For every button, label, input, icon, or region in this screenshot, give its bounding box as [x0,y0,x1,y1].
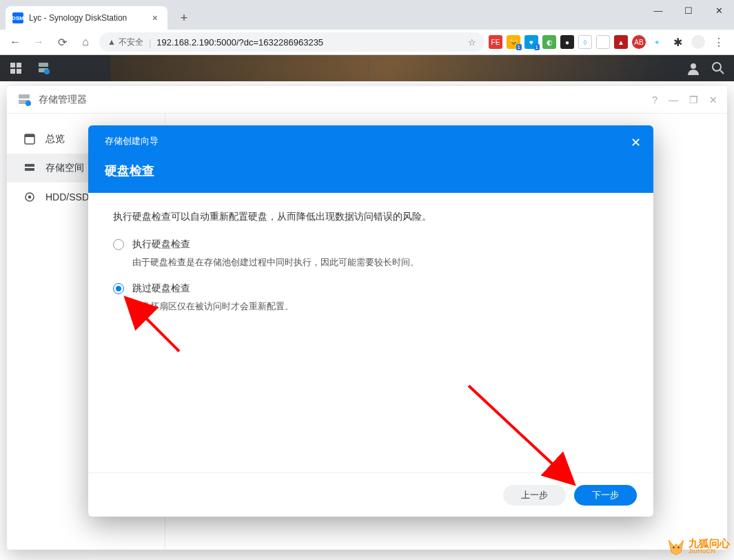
svg-rect-15 [25,164,34,167]
watermark-fox-icon [666,537,686,556]
modal-title: 存储创建向导 [105,135,637,147]
insecure-warning: ▲ 不安全 [108,37,143,48]
tab-favicon: DSM [12,12,23,23]
dsm-wallpaper-strip [110,55,665,81]
bookmark-star-icon[interactable]: ☆ [468,37,476,48]
watermark-cn: 九狐问心 [689,538,730,548]
new-tab-button[interactable]: + [174,8,194,28]
hdd-icon [23,191,36,203]
extensions-puzzle-icon[interactable]: ✱ [668,32,687,52]
url-separator: | [149,37,151,48]
radio-icon-checked [113,283,124,294]
ext-icon-5[interactable]: ● [560,35,574,49]
browser-tab-strip: DSM Lyc - Synology DiskStation × + — ☐ ✕ [0,0,734,30]
svg-point-12 [26,101,31,106]
svg-rect-3 [17,69,21,74]
window-close-button[interactable]: ✕ [704,0,734,21]
ext-icon-3[interactable]: ♥1 [524,35,538,49]
ext-icon-2[interactable]: 🐱1 [507,35,520,49]
watermark-en: JiuHuCN [689,548,730,554]
modal-footer: 上一步 下一步 [88,473,653,517]
ext-icon-abp[interactable]: AB [632,35,646,49]
tab-close-icon[interactable]: × [150,12,161,23]
svg-rect-4 [39,63,48,67]
modal-description: 执行硬盘检查可以自动重新配置硬盘，从而降低出现数据访问错误的风险。 [113,211,629,223]
window-maximize-button[interactable]: ☐ [673,0,704,21]
modal-header: 存储创建向导 ✕ 硬盘检查 [88,125,653,193]
app-close-button[interactable]: ✕ [709,94,717,105]
profile-avatar-icon[interactable] [691,35,705,49]
nav-forward-button[interactable]: → [29,32,48,52]
svg-rect-16 [25,168,34,171]
url-box[interactable]: ▲ 不安全 | 192.168.2.190:5000/?dc=163228696… [99,32,485,52]
modal-close-button[interactable]: ✕ [631,135,641,150]
radio-sub-skip-check: 硬盘坏扇区仅在被访问时才会重新配置。 [132,300,629,313]
url-text: 192.168.2.190:5000/?dc=1632286963235 [156,37,323,48]
dsm-grid-icon[interactable] [8,61,23,76]
nav-back-button[interactable]: ← [6,32,25,52]
sidebar-label-volumes: 存储空间 [45,162,84,174]
insecure-label: 不安全 [119,37,143,48]
nav-home-button[interactable]: ⌂ [76,32,95,52]
app-minimize-button[interactable]: — [669,94,678,105]
dsm-separator [368,60,369,76]
volumes-icon [23,162,36,174]
address-bar: ← → ⟳ ⌂ ▲ 不安全 | 192.168.2.190:5000/?dc=1… [0,30,734,55]
svg-rect-0 [10,63,15,68]
app-header-icon [17,92,32,107]
browser-tab[interactable]: DSM Lyc - Synology DiskStation × [6,6,167,30]
browser-menu-icon[interactable]: ⋮ [709,32,728,52]
radio-icon-unchecked [113,239,124,250]
svg-line-9 [720,70,724,74]
app-title: 存储管理器 [39,94,87,106]
modal-subtitle: 硬盘检查 [105,163,637,179]
window-minimize-button[interactable]: — [643,0,673,21]
svg-point-18 [29,196,31,198]
overview-icon [23,133,36,145]
ext-icon-8[interactable]: ▲ [614,35,628,49]
radio-label-skip-check: 跳过硬盘检查 [132,282,190,295]
app-maximize-button[interactable]: ❐ [689,94,698,105]
dsm-storage-shortcut-icon[interactable] [36,61,51,76]
svg-point-22 [677,546,680,548]
radio-sub-run-check: 由于硬盘检查是在存储池创建过程中同时执行，因此可能需要较长时间。 [132,256,629,269]
app-header: 存储管理器 ? — ❐ ✕ [7,86,727,114]
dsm-search-icon[interactable] [711,61,726,76]
ext-icon-6[interactable]: ◊ [578,35,592,49]
prev-button[interactable]: 上一步 [503,485,566,506]
svg-rect-1 [17,63,21,68]
ext-icon-1[interactable]: FE [489,35,502,49]
radio-label-run-check: 执行硬盘检查 [132,238,190,251]
extensions-row: FE 🐱1 ♥1 ◐ ● ◊ 🖼 ▲ AB ✦ ✱ ⋮ [489,32,728,52]
warning-icon: ▲ [108,37,116,47]
ext-icon-4[interactable]: ◐ [542,35,556,49]
nav-reload-button[interactable]: ⟳ [52,32,72,52]
svg-point-8 [713,63,721,71]
svg-rect-10 [19,94,30,98]
modal-body: 执行硬盘检查可以自动重新配置硬盘，从而降低出现数据访问错误的风险。 执行硬盘检查… [88,193,653,473]
svg-point-6 [44,69,50,74]
app-help-button[interactable]: ? [652,94,657,105]
dsm-user-icon[interactable] [686,61,701,76]
ext-icon-9[interactable]: ✦ [650,35,664,49]
radio-option-run-check[interactable]: 执行硬盘检查 [113,238,629,251]
watermark: 九狐问心 JiuHuCN [666,537,730,556]
svg-rect-14 [25,134,34,137]
svg-point-21 [673,546,675,548]
dsm-top-bar [0,55,734,81]
window-controls: — ☐ ✕ [643,0,734,21]
sidebar-label-overview: 总览 [45,133,65,145]
radio-option-skip-check[interactable]: 跳过硬盘检查 [113,282,629,295]
sidebar-label-hdd: HDD/SSD [45,191,89,203]
next-button[interactable]: 下一步 [574,485,637,506]
ext-icon-7[interactable]: 🖼 [596,35,610,49]
tab-title: Lyc - Synology DiskStation [29,13,150,23]
svg-rect-2 [10,69,15,74]
svg-point-7 [691,63,696,69]
storage-creation-wizard-modal: 存储创建向导 ✕ 硬盘检查 执行硬盘检查可以自动重新配置硬盘，从而降低出现数据访… [88,125,653,517]
